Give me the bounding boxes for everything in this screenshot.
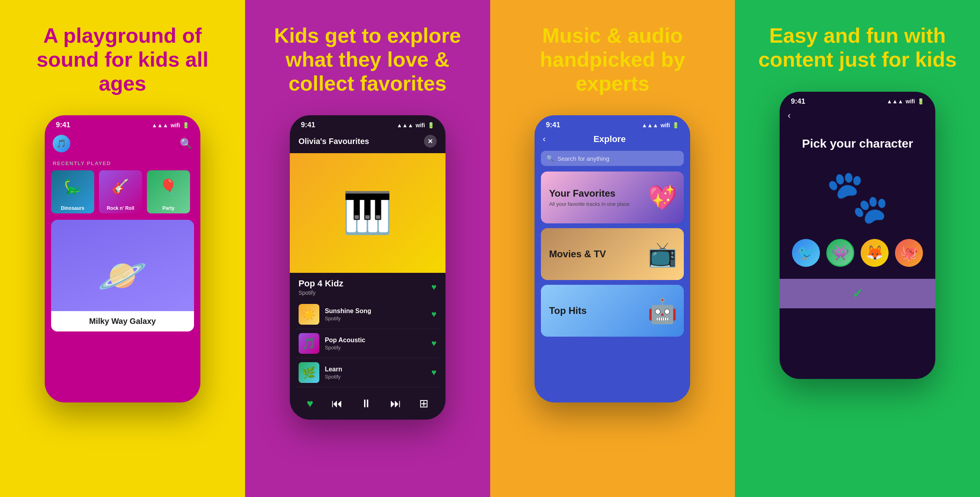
char-4[interactable]: 🐙 <box>895 239 923 267</box>
player-bar: ♥ ⏮ ⏸ ⏭ ⊞ <box>290 390 445 420</box>
tophits-title: Top Hits <box>549 305 586 317</box>
panel-3: Music & audio handpicked by experts 9:41… <box>490 0 735 497</box>
character-row: 🐦 👾 🦊 🐙 <box>780 239 935 279</box>
status-icons-3: ▲▲▲ wifi 🔋 <box>641 122 679 128</box>
close-button[interactable]: ✕ <box>424 135 437 148</box>
wifi-icon-2: wifi <box>416 122 425 128</box>
avatar-1[interactable]: 🎵 <box>53 135 70 152</box>
queue-icon[interactable]: ⊞ <box>419 397 428 410</box>
heart-icon-1[interactable]: ♥ <box>432 309 437 320</box>
phone-wrapper-4: 9:41 ▲▲▲ wifi 🔋 ‹ Pick your character 🐾 … <box>774 92 941 481</box>
favorites-title: Your Favorites <box>549 188 630 199</box>
phone-3: 9:41 ▲▲▲ wifi 🔋 ‹ Explore 🔍 Search for a… <box>535 115 690 402</box>
heart-icon-2[interactable]: ♥ <box>432 338 437 349</box>
battery-icon-4: 🔋 <box>917 98 924 105</box>
monster-area: 🐾 <box>780 158 935 239</box>
rp-card-party[interactable]: 🎈 Party <box>147 170 190 213</box>
search-icon-3: 🔍 <box>546 155 554 162</box>
playlist-header: Olivia's Favourites ✕ <box>290 132 445 153</box>
signal-icon-2: ▲▲▲ <box>397 122 414 128</box>
time-3: 9:41 <box>546 121 560 129</box>
status-icons-2: ▲▲▲ wifi 🔋 <box>397 122 434 128</box>
dino-emoji: 🦕 <box>51 170 94 195</box>
notch-4 <box>830 92 885 104</box>
heart-icon-album[interactable]: ♥ <box>432 282 437 292</box>
nav-bar-3: ‹ Explore <box>535 132 690 149</box>
checkmark-icon[interactable]: ✓ <box>852 286 863 301</box>
status-icons-4: ▲▲▲ wifi 🔋 <box>887 98 924 105</box>
back-button-4[interactable]: ‹ <box>788 110 790 121</box>
explore-card-tophits[interactable]: Top Hits 🤖 <box>541 285 684 337</box>
pick-title: Pick your character <box>780 129 935 158</box>
playlist-title: Olivia's Favourites <box>299 137 369 146</box>
signal-icon-3: ▲▲▲ <box>641 122 658 128</box>
explore-card-movies[interactable]: Movies & TV 📺 <box>541 228 684 280</box>
party-emoji: 🎈 <box>147 170 190 195</box>
movies-emoji: 📺 <box>647 240 677 268</box>
next-icon[interactable]: ⏭ <box>390 397 401 410</box>
tagline-3: Music & audio handpicked by experts <box>509 24 716 95</box>
rp-label-2: Rock n' Roll <box>99 205 142 211</box>
search-icon-1[interactable]: 🔍 <box>180 138 192 150</box>
battery-icon-3: 🔋 <box>672 122 679 128</box>
wifi-icon: wifi <box>171 122 180 128</box>
char-2[interactable]: 👾 <box>826 239 854 267</box>
rp-label-3: Party <box>147 205 190 211</box>
phone-wrapper-1: 9:41 ▲▲▲ wifi 🔋 🎵 🔍 RECENTLY PLAYED 🦕 Di… <box>39 115 206 481</box>
char-1[interactable]: 🐦 <box>792 239 820 267</box>
pause-icon[interactable]: ⏸ <box>360 397 372 410</box>
track-name-3: Learn <box>325 366 426 373</box>
search-box-3[interactable]: 🔍 Search for anything <box>541 151 684 166</box>
track-thumb-1: ☀️ <box>299 304 319 325</box>
signal-icon: ▲▲▲ <box>152 122 168 128</box>
phone-4: 9:41 ▲▲▲ wifi 🔋 ‹ Pick your character 🐾 … <box>780 92 935 379</box>
phone-wrapper-3: 9:41 ▲▲▲ wifi 🔋 ‹ Explore 🔍 Search for a… <box>529 115 696 481</box>
album-sub: Spotify <box>299 290 343 296</box>
track-info-3: Learn Spotify <box>325 366 426 380</box>
track-artist-1: Spotify <box>325 316 426 321</box>
track-item-3[interactable]: 🌿 Learn Spotify ♥ <box>296 358 439 387</box>
track-list: ☀️ Sunshine Song Spotify ♥ 🎵 Pop Acousti… <box>290 300 445 387</box>
big-card-title: Milky Way Galaxy <box>51 311 194 331</box>
wifi-icon-3: wifi <box>661 122 670 128</box>
signal-icon-4: ▲▲▲ <box>887 98 903 105</box>
album-title: Pop 4 Kidz <box>299 278 343 289</box>
phone-2: 9:41 ▲▲▲ wifi 🔋 Olivia's Favourites ✕ 🎹 … <box>290 115 445 420</box>
notch-2 <box>340 115 396 127</box>
album-info: Pop 4 Kidz Spotify ♥ <box>290 273 445 300</box>
time-2: 9:41 <box>301 121 315 129</box>
track-info-2: Pop Acoustic Spotify <box>325 337 426 351</box>
track-item-1[interactable]: ☀️ Sunshine Song Spotify ♥ <box>296 300 439 329</box>
heart-icon-3[interactable]: ♥ <box>432 367 437 378</box>
favorites-emoji: 💖 <box>647 183 677 212</box>
track-artist-3: Spotify <box>325 374 426 380</box>
status-icons-1: ▲▲▲ wifi 🔋 <box>152 122 189 128</box>
notch-1 <box>95 115 150 127</box>
track-thumb-2: 🎵 <box>299 333 319 354</box>
time-1: 9:41 <box>56 121 70 129</box>
panel-4: Easy and fun with content just for kids … <box>735 0 980 497</box>
explore-card-favorites[interactable]: Your Favorites All your favorite tracks … <box>541 172 684 223</box>
nav-bar-4: ‹ <box>780 108 935 129</box>
phone-wrapper-2: 9:41 ▲▲▲ wifi 🔋 Olivia's Favourites ✕ 🎹 … <box>284 115 451 481</box>
recently-played: 🦕 Dinosaurs 🎸 Rock n' Roll 🎈 Party <box>45 170 200 220</box>
char-3[interactable]: 🦊 <box>861 239 889 267</box>
back-button-3[interactable]: ‹ <box>542 134 545 144</box>
track-name-1: Sunshine Song <box>325 308 426 315</box>
rp-card-rock[interactable]: 🎸 Rock n' Roll <box>99 170 142 213</box>
panel-1: A playground of sound for kids all ages … <box>0 0 245 497</box>
notch-3 <box>584 115 640 127</box>
movies-title: Movies & TV <box>549 248 606 260</box>
tophits-emoji: 🤖 <box>647 297 677 325</box>
track-info-1: Sunshine Song Spotify <box>325 308 426 321</box>
rp-card-dinosaurs[interactable]: 🦕 Dinosaurs <box>51 170 94 213</box>
big-card-milkyway[interactable]: 🪐 Milky Way Galaxy <box>51 220 194 331</box>
player-heart[interactable]: ♥ <box>307 397 313 410</box>
track-item-2[interactable]: 🎵 Pop Acoustic Spotify ♥ <box>296 329 439 358</box>
wifi-icon-4: wifi <box>906 98 915 105</box>
tagline-4: Easy and fun with content just for kids <box>754 24 961 72</box>
prev-icon[interactable]: ⏮ <box>331 397 343 410</box>
phone-1: 9:41 ▲▲▲ wifi 🔋 🎵 🔍 RECENTLY PLAYED 🦕 Di… <box>45 115 200 402</box>
album-art: 🎹 <box>290 153 445 273</box>
rp-label-1: Dinosaurs <box>51 205 94 211</box>
